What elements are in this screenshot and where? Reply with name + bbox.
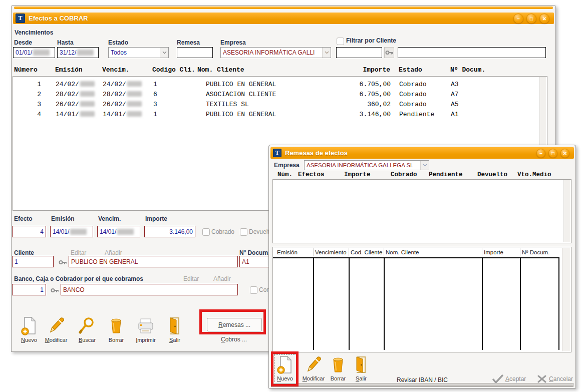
redacted-year [80,91,95,97]
salir-label: Salir [356,375,367,381]
col-estado: Estado [399,66,422,74]
key-icon [385,50,394,56]
estado-label: Estado [108,39,128,46]
efectos-table-header: Número Emisión Vencim. Codigo Cli. Nom. … [13,66,547,74]
check-icon [492,374,503,383]
minimize-button[interactable]: – [513,14,523,24]
chevron-down-icon[interactable] [420,161,429,170]
trash-bucket-icon [107,316,126,336]
banco-code-input[interactable]: 1 [12,284,46,295]
importe-label: Importe [145,215,167,222]
filtrar-por-cliente-checkbox[interactable] [337,38,344,45]
window-title: Remesas de efectos [285,149,348,157]
borrar-button[interactable]: Borrar [102,316,131,343]
contabilizado-checkbox[interactable] [250,286,257,294]
exit-door-icon [352,355,370,374]
aceptar-button[interactable]: Aceptar [492,374,526,383]
modificar-button[interactable]: Modificar [300,355,328,381]
banco-anadir-link[interactable]: Añadir [213,275,231,282]
empresa-label: Empresa [220,39,246,46]
app-icon: T [273,149,281,157]
cancelar-button[interactable]: Cancelar [537,375,573,383]
cliente-name-input[interactable]: PUBLICO EN GENERAL [69,256,238,267]
cliente-anadir-link[interactable]: Añadir [105,249,122,256]
hasta-input[interactable]: 31/12/ [57,47,99,58]
efectos-table-row[interactable]: 326/02/26/02/3TEXTILES SL360,02CobradoA5 [13,100,539,110]
vertical-scrollbar[interactable] [563,180,570,242]
printer-icon [136,316,155,336]
n-docum-label: Nº Docum. [239,249,269,256]
redacted-year [80,111,95,117]
maximize-button[interactable]: □ [526,14,536,24]
key-icon[interactable] [51,286,59,295]
borrar-label: Borrar [331,375,346,381]
efecto-input[interactable]: 4 [12,226,46,237]
pen-icon [305,355,323,374]
magnifier-icon [78,316,97,336]
chevron-down-icon[interactable] [160,48,168,58]
cobros-link[interactable]: Cobros ... [207,336,261,343]
cliente-filter-name-input[interactable] [398,47,546,58]
efectos-table-row[interactable]: 228/02/28/02/6ASOCIACION CLIENTE6.705,00… [13,90,539,100]
devuelto-checkbox[interactable] [240,228,247,236]
cliente-filter-code-input[interactable] [336,47,382,58]
redacted-year [117,229,134,235]
cliente-editar-link[interactable]: Editar [71,249,86,256]
col-vto-medio: Vto.Medio [517,171,551,178]
col-n-docum: Nº Docum. [522,249,549,255]
empresa-select[interactable]: ASESORIA INFORMÁTICA GALLEGA SL [304,160,429,170]
estado-select[interactable]: Todos [108,47,169,58]
efectos-table-row[interactable]: 414/01/14/01/1PUBLICO EN GENERAL3.146,00… [13,110,539,120]
close-button[interactable]: ✕ [539,14,549,24]
salir-button[interactable]: Salir [160,316,189,343]
modificar-button[interactable]: Modificar [42,316,71,343]
cliente-lookup-button[interactable] [384,47,394,58]
close-button[interactable]: ✕ [560,149,569,158]
cliente-code-input[interactable]: 1 [12,256,54,267]
remesa-input[interactable] [177,47,213,58]
minimize-button[interactable]: – [536,149,545,158]
redacted-year [127,81,142,87]
remesas-summary-table[interactable] [272,179,571,243]
maximize-button[interactable]: □ [548,149,557,158]
window-resize-bar[interactable] [271,383,573,387]
aceptar-label: Aceptar [505,375,526,382]
desde-input[interactable]: 01/01/ [13,47,55,58]
app-icon: T [16,14,25,23]
salir-button[interactable]: Salir [348,355,374,381]
desktop: { "main_window": { "title": "Efectos a C… [0,0,583,392]
vencim-input[interactable]: 14/01/ [97,226,140,237]
empresa-select[interactable]: ASESORIA INFORMÁTICA GALLI [220,47,331,58]
buscar-button[interactable]: Buscar [73,316,102,343]
cobrado-checkbox[interactable] [202,228,210,236]
vertical-scrollbar[interactable] [562,248,570,351]
annotation-box-nuevo [271,351,299,386]
col-emision: Emisión [277,249,298,255]
remesas-detail-table[interactable]: Emisión Vencimiento Cod. Cliente Nom. Cl… [272,247,571,352]
imprimir-button[interactable]: Imprimir [131,316,160,343]
titlebar-remesas[interactable]: T Remesas de efectos – □ ✕ [270,147,574,159]
imprimir-label: Imprimir [136,337,156,343]
chevron-down-icon[interactable] [322,48,331,58]
redacted-year [70,229,87,235]
key-icon[interactable] [59,258,67,267]
desde-label: Desde [14,39,32,46]
annotation-box-remesas [199,309,266,334]
nuevo-button[interactable]: Nuevo [15,316,44,343]
col-importe: Importe [484,249,503,255]
col-nom-cliente: Nom. Cliente [197,66,244,74]
banco-editar-link[interactable]: Editar [183,275,199,282]
exit-door-icon [165,316,184,336]
revisar-iban-bic-link[interactable]: Revisar IBAN / BIC [397,376,448,383]
hasta-label: Hasta [57,39,74,46]
salir-label: Salir [169,337,180,343]
col-cobrado: Cobrado [391,171,417,178]
titlebar-efectos[interactable]: T Efectos a COBRAR – □ ✕ [13,13,554,24]
pen-icon [47,316,66,336]
efectos-table-body: 124/02/24/02/1PUBLICO EN GENERAL6.705,00… [13,80,539,120]
emision-input[interactable]: 14/01/ [50,226,93,237]
importe-input[interactable]: 3.146,00 [144,226,195,237]
efectos-table-row[interactable]: 124/02/24/02/1PUBLICO EN GENERAL6.705,00… [13,80,539,90]
banco-name-input[interactable]: BANCO [61,284,238,295]
col-n-docum: Nº Docum. [450,66,485,74]
